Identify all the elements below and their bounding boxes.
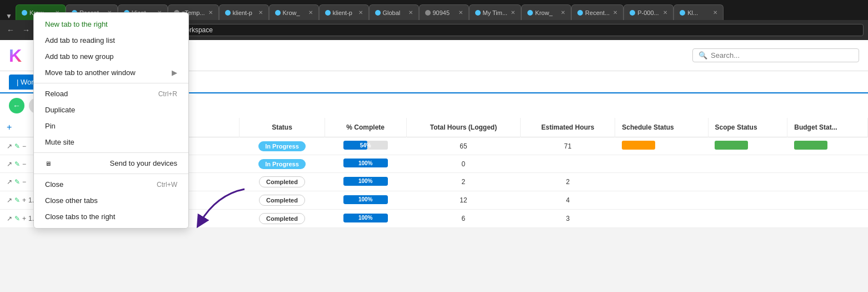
menu-item-move-window[interactable]: Move tab to another window ▶ [34,65,188,81]
menu-shortcut: Ctrl+W [157,181,177,189]
context-menu-overlay[interactable]: New tab to the right Add tab to reading … [0,0,868,228]
menu-item-mute[interactable]: Mute site [34,134,188,150]
menu-item-add-group[interactable]: Add tab to new group [34,48,188,65]
menu-label: Add tab to reading list [45,36,115,44]
menu-label: Mute site [45,138,74,146]
menu-item-reload[interactable]: Reload Ctrl+R [34,86,188,102]
annotation-arrow [189,184,256,228]
menu-label: Add tab to new group [45,52,114,61]
menu-item-duplicate[interactable]: Duplicate [34,102,188,118]
menu-item-send-devices[interactable]: 🖥 Send to your devices [34,155,188,171]
menu-label: Duplicate [45,106,75,114]
menu-item-new-tab-right[interactable]: New tab to the right [34,16,188,32]
menu-label: Send to your devices [110,159,177,167]
menu-label: Close tabs to the right [45,212,115,221]
menu-shortcut: Ctrl+R [158,90,177,98]
menu-divider [34,152,188,153]
context-menu: New tab to the right Add tab to reading … [33,12,189,228]
menu-label: New tab to the right [45,20,108,28]
menu-label: Move tab to another window [45,68,136,77]
submenu-arrow-icon: ▶ [172,68,177,77]
menu-item-pin[interactable]: Pin [34,118,188,134]
menu-item-close[interactable]: Close Ctrl+W [34,176,188,192]
menu-label: Pin [45,122,56,130]
menu-label: Close other tabs [45,196,98,205]
device-icon: 🖥 [45,160,51,167]
menu-label: Reload [45,90,68,98]
menu-divider [34,174,188,174]
menu-item-close-right[interactable]: Close tabs to the right [34,209,188,225]
menu-label: Close [45,180,63,189]
menu-item-close-other[interactable]: Close other tabs [34,192,188,209]
menu-divider [34,83,188,83]
menu-item-add-reading-list[interactable]: Add tab to reading list [34,32,188,48]
